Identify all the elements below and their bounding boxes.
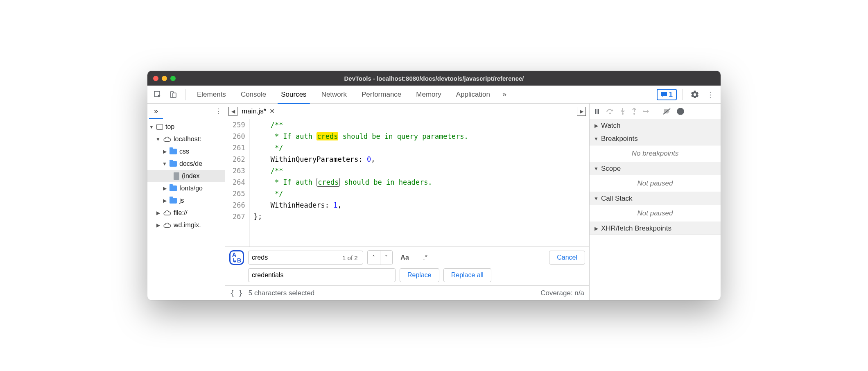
tab-application[interactable]: Application bbox=[450, 86, 496, 104]
svg-rect-3 bbox=[595, 109, 597, 114]
find-input[interactable] bbox=[252, 254, 342, 261]
tree-label: file:// bbox=[174, 209, 188, 217]
cloud-icon bbox=[163, 210, 171, 216]
tree-node-index[interactable]: (index bbox=[147, 170, 225, 182]
disclosure-triangle-icon[interactable]: ▼ bbox=[156, 136, 160, 142]
maximize-window-button[interactable] bbox=[170, 76, 176, 81]
editor-tab-label: main.js* bbox=[242, 107, 266, 115]
tree-node-top[interactable]: ▼ top bbox=[147, 121, 225, 133]
disclosure-triangle-icon[interactable]: ▶ bbox=[162, 149, 167, 154]
disclosure-triangle-icon[interactable]: ▶ bbox=[156, 210, 160, 216]
file-icon bbox=[174, 172, 179, 180]
tree-node-css[interactable]: ▶ css bbox=[147, 145, 225, 158]
tree-label: (index bbox=[182, 172, 200, 180]
close-window-button[interactable] bbox=[153, 76, 158, 81]
tree-node-wd[interactable]: ▶ wd.imgix. bbox=[147, 219, 225, 231]
breakpoints-section-header[interactable]: ▼Breakpoints bbox=[590, 132, 721, 145]
nav-next-icon[interactable]: ▶ bbox=[577, 107, 586, 116]
replace-input[interactable] bbox=[252, 271, 392, 279]
coverage-status: Coverage: n/a bbox=[540, 289, 584, 297]
tree-node-docs[interactable]: ▼ docs/de bbox=[147, 158, 225, 170]
tab-elements[interactable]: Elements bbox=[191, 86, 232, 104]
callstack-empty: Not paused bbox=[590, 205, 721, 222]
replace-all-button[interactable]: Replace all bbox=[443, 268, 491, 282]
disclosure-triangle-icon[interactable]: ▼ bbox=[162, 161, 167, 167]
step-over-icon[interactable] bbox=[606, 108, 614, 115]
svg-point-5 bbox=[609, 113, 611, 114]
find-replace-bar: A↳B 1 of 2 ˄ ˅ Aa .* Cancel bbox=[225, 247, 589, 285]
search-match-current: creds bbox=[316, 178, 340, 187]
minimize-window-button[interactable] bbox=[162, 76, 167, 81]
tab-sources[interactable]: Sources bbox=[275, 86, 312, 104]
cloud-icon bbox=[163, 222, 171, 228]
main-toolbar: Elements Console Sources Network Perform… bbox=[147, 86, 721, 104]
disclosure-triangle-icon[interactable]: ▶ bbox=[162, 186, 167, 191]
find-next-button[interactable]: ˅ bbox=[380, 251, 392, 265]
frame-icon bbox=[156, 124, 163, 130]
messages-badge[interactable]: 1 bbox=[657, 89, 677, 100]
close-tab-icon[interactable]: ✕ bbox=[269, 107, 275, 115]
tree-node-fonts[interactable]: ▶ fonts/go bbox=[147, 182, 225, 195]
watch-section-header[interactable]: ▶Watch bbox=[590, 119, 721, 132]
settings-icon[interactable] bbox=[689, 88, 701, 101]
nav-prev-icon[interactable]: ◀ bbox=[228, 107, 237, 116]
folder-icon bbox=[170, 186, 177, 191]
svg-rect-4 bbox=[598, 109, 599, 114]
step-icon[interactable] bbox=[643, 109, 651, 114]
tree-label: top bbox=[165, 123, 174, 131]
debugger-toolbar bbox=[590, 104, 721, 119]
code-content[interactable]: /** * If auth creds should be in query p… bbox=[250, 119, 468, 247]
xhr-section-header[interactable]: ▶XHR/fetch Breakpoints bbox=[590, 222, 721, 235]
selection-status: 5 characters selected bbox=[249, 289, 315, 297]
kebab-menu-icon[interactable]: ⋮ bbox=[704, 88, 717, 101]
more-tabs-button[interactable]: » bbox=[499, 90, 510, 99]
file-tree: ▼ top ▼ localhost: ▶ css ▼ docs/ bbox=[147, 119, 225, 233]
folder-icon bbox=[170, 149, 177, 154]
navigator-more-button[interactable]: » bbox=[151, 107, 161, 115]
svg-point-7 bbox=[633, 113, 635, 115]
pretty-print-icon[interactable]: { } bbox=[230, 289, 243, 297]
disclosure-triangle-icon[interactable]: ▶ bbox=[156, 222, 160, 228]
line-gutter: 259260261 262263264 265266267 bbox=[225, 119, 250, 247]
navigator-sidebar: » ⋮ ▼ top ▼ localhost: ▶ css bbox=[147, 104, 225, 300]
replace-button[interactable]: Replace bbox=[400, 268, 439, 282]
code-editor[interactable]: 259260261 262263264 265266267 /** * If a… bbox=[225, 119, 589, 247]
find-input-wrapper: 1 of 2 bbox=[248, 251, 363, 265]
scope-section-header[interactable]: ▼Scope bbox=[590, 162, 721, 175]
tree-label: fonts/go bbox=[179, 185, 203, 192]
navigator-menu-icon[interactable]: ⋮ bbox=[215, 107, 222, 115]
deactivate-breakpoints-icon[interactable] bbox=[663, 108, 671, 115]
tab-console[interactable]: Console bbox=[235, 86, 272, 104]
folder-icon bbox=[170, 161, 177, 167]
tree-node-localhost[interactable]: ▼ localhost: bbox=[147, 133, 225, 145]
folder-icon bbox=[170, 198, 177, 204]
tree-node-js[interactable]: ▶ js bbox=[147, 195, 225, 207]
tab-performance[interactable]: Performance bbox=[356, 86, 407, 104]
breakpoints-empty: No breakpoints bbox=[590, 145, 721, 162]
pause-icon[interactable] bbox=[594, 108, 600, 115]
tree-node-file[interactable]: ▶ file:// bbox=[147, 207, 225, 219]
replace-toggle-icon[interactable]: A↳B bbox=[229, 250, 244, 265]
tree-label: css bbox=[179, 148, 189, 155]
find-prev-button[interactable]: ˄ bbox=[368, 251, 380, 265]
tab-network[interactable]: Network bbox=[316, 86, 353, 104]
cancel-button[interactable]: Cancel bbox=[549, 251, 585, 265]
message-icon bbox=[661, 92, 667, 97]
step-into-icon[interactable] bbox=[620, 108, 626, 115]
callstack-section-header[interactable]: ▼Call Stack bbox=[590, 192, 721, 205]
tab-memory[interactable]: Memory bbox=[410, 86, 447, 104]
inspect-element-icon[interactable] bbox=[151, 88, 164, 101]
editor-tab-main-js[interactable]: main.js* ✕ bbox=[242, 107, 275, 115]
traffic-lights bbox=[153, 76, 176, 81]
match-case-toggle[interactable]: Aa bbox=[397, 254, 413, 261]
step-out-icon[interactable] bbox=[631, 108, 637, 115]
window-title: DevTools - localhost:8080/docs/devtools/… bbox=[147, 75, 721, 82]
tree-label: docs/de bbox=[179, 160, 202, 167]
devtools-window: DevTools - localhost:8080/docs/devtools/… bbox=[147, 71, 721, 300]
tree-label: js bbox=[179, 197, 184, 204]
regex-toggle[interactable]: .* bbox=[417, 254, 434, 261]
device-toolbar-icon[interactable] bbox=[167, 88, 179, 101]
disclosure-triangle-icon[interactable]: ▼ bbox=[149, 124, 154, 130]
pause-on-exceptions-icon[interactable] bbox=[677, 108, 684, 115]
disclosure-triangle-icon[interactable]: ▶ bbox=[162, 198, 167, 204]
